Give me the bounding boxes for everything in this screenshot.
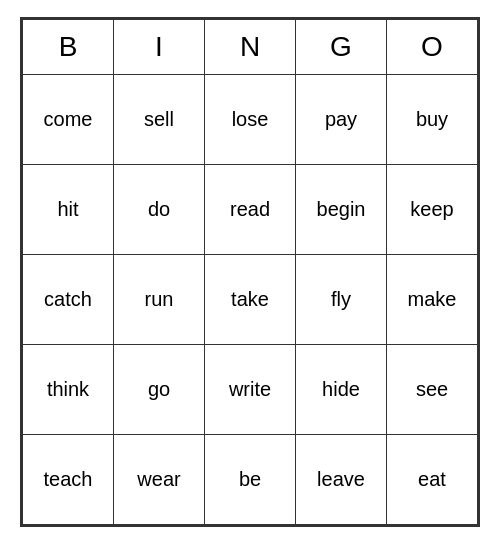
cell-r0-c1: sell: [114, 75, 205, 165]
cell-r4-c4: eat: [387, 435, 478, 525]
header-col-b: B: [23, 20, 114, 75]
table-row: teachwearbeleaveeat: [23, 435, 478, 525]
cell-r3-c1: go: [114, 345, 205, 435]
cell-r2-c4: make: [387, 255, 478, 345]
cell-r0-c0: come: [23, 75, 114, 165]
cell-r1-c4: keep: [387, 165, 478, 255]
table-row: thinkgowritehidesee: [23, 345, 478, 435]
cell-r4-c1: wear: [114, 435, 205, 525]
cell-r1-c1: do: [114, 165, 205, 255]
table-row: hitdoreadbeginkeep: [23, 165, 478, 255]
cell-r4-c2: be: [205, 435, 296, 525]
header-row: BINGO: [23, 20, 478, 75]
header-col-o: O: [387, 20, 478, 75]
cell-r4-c0: teach: [23, 435, 114, 525]
cell-r0-c4: buy: [387, 75, 478, 165]
cell-r3-c3: hide: [296, 345, 387, 435]
header-col-i: I: [114, 20, 205, 75]
bingo-card: BINGO comeselllosepaybuyhitdoreadbeginke…: [20, 17, 480, 527]
cell-r1-c3: begin: [296, 165, 387, 255]
cell-r4-c3: leave: [296, 435, 387, 525]
cell-r2-c2: take: [205, 255, 296, 345]
header-col-g: G: [296, 20, 387, 75]
cell-r2-c0: catch: [23, 255, 114, 345]
cell-r3-c0: think: [23, 345, 114, 435]
cell-r3-c4: see: [387, 345, 478, 435]
cell-r2-c3: fly: [296, 255, 387, 345]
bingo-table: BINGO comeselllosepaybuyhitdoreadbeginke…: [22, 19, 478, 525]
header-col-n: N: [205, 20, 296, 75]
cell-r1-c2: read: [205, 165, 296, 255]
table-row: comeselllosepaybuy: [23, 75, 478, 165]
cell-r3-c2: write: [205, 345, 296, 435]
cell-r2-c1: run: [114, 255, 205, 345]
table-row: catchruntakeflymake: [23, 255, 478, 345]
cell-r0-c2: lose: [205, 75, 296, 165]
cell-r0-c3: pay: [296, 75, 387, 165]
cell-r1-c0: hit: [23, 165, 114, 255]
